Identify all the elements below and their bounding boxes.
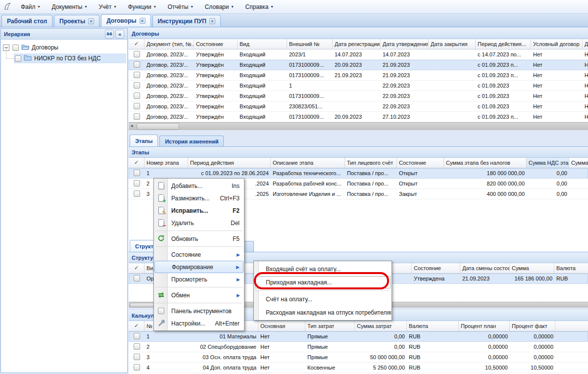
calculation-column-header[interactable] <box>555 321 588 331</box>
submenu-item-Расходная накладная на отпуск потребителям...[interactable]: Расходная накладная на отпуск потребител… <box>254 306 391 319</box>
row-checkbox-cell[interactable] <box>129 49 145 59</box>
row-checkbox[interactable] <box>134 72 140 78</box>
table-row[interactable]: Договор, 2023/...УтверждёнВходящий017310… <box>129 60 588 70</box>
row-checkbox-cell[interactable] <box>129 363 145 373</box>
tab-Этапы[interactable]: Этапы <box>130 135 158 146</box>
tab-Рабочий стол[interactable]: Рабочий стол <box>1 15 52 27</box>
context-menu-item-Обновить[interactable]: ОбновитьF5 <box>154 233 244 245</box>
tree-checkbox[interactable] <box>15 55 21 62</box>
row-checkbox-cell[interactable] <box>129 70 145 80</box>
calculation-column-header[interactable]: Сумма затрат <box>355 321 407 331</box>
row-checkbox-cell[interactable] <box>129 179 145 188</box>
row-checkbox[interactable] <box>134 333 140 339</box>
scroll-thumb[interactable] <box>137 123 179 130</box>
calculation-column-header[interactable]: Тип затрат <box>305 321 355 331</box>
stages-column-header[interactable]: Сумма НДС этапа <box>527 158 569 168</box>
row-checkbox[interactable] <box>134 364 140 371</box>
table-row[interactable]: 303 Осн. оплата трудаНетПрямые50 000 000… <box>129 352 588 363</box>
menubar-item-Функции[interactable]: Функции▾ <box>122 0 161 14</box>
row-checkbox-cell[interactable] <box>129 189 145 199</box>
contracts-hscrollbar[interactable]: ◄ <box>129 122 588 130</box>
contracts-column-header[interactable]: Период действия... <box>476 39 531 49</box>
submenu-item-Счёт на оплату...[interactable]: Счёт на оплату... <box>254 292 391 306</box>
contracts-column-header[interactable]: Состояние <box>194 39 238 49</box>
row-checkbox-cell[interactable] <box>129 168 145 178</box>
collapse-panel-icon[interactable]: « <box>115 30 124 39</box>
structure-column-header[interactable]: Сумма <box>510 263 554 273</box>
calculation-column-header[interactable]: Процент план <box>459 321 510 331</box>
stages-column-header[interactable]: Состояние <box>397 158 444 168</box>
row-checkbox[interactable] <box>134 82 140 89</box>
context-menu-item-Обмен[interactable]: Обмен▶ <box>154 289 244 301</box>
table-row[interactable]: Договор, 2023/...УтверждёнВходящий017310… <box>129 91 588 101</box>
submenu-item-Входящий счёт на оплату...[interactable]: Входящий счёт на оплату... <box>254 262 391 276</box>
table-row[interactable]: 202 СпецоборудованиеНетПрямые0,00RUB0,00… <box>129 342 588 352</box>
row-checkbox[interactable] <box>134 180 140 187</box>
table-row[interactable]: Договор, 2023/...УтверждёнВходящий230823… <box>129 101 588 112</box>
context-menu-item-Добавить...[interactable]: Добавить...Ins <box>154 180 244 192</box>
row-checkbox[interactable] <box>134 354 140 360</box>
row-checkbox[interactable] <box>134 51 140 57</box>
row-checkbox-cell[interactable] <box>129 274 145 283</box>
select-all-header[interactable]: ✓ <box>129 321 145 331</box>
row-checkbox-cell[interactable] <box>129 112 145 122</box>
contracts-column-header[interactable]: Вид <box>238 39 287 49</box>
row-checkbox-cell[interactable] <box>129 101 145 111</box>
submenu-item-Приходная накладная...[interactable]: Приходная накладная... <box>254 276 391 289</box>
stages-column-header[interactable]: Описание этапа <box>271 158 345 168</box>
row-checkbox[interactable] <box>134 61 140 68</box>
tab-Проекты[interactable]: Проекты× <box>54 15 99 27</box>
row-checkbox-cell[interactable] <box>129 352 145 362</box>
contracts-column-header[interactable]: Документ (тип, №... <box>145 39 194 49</box>
row-checkbox-cell[interactable] <box>129 331 145 341</box>
contracts-column-header[interactable]: Дата закрытия <box>429 39 476 49</box>
context-menu-item-Размножить...[interactable]: Размножить...Ctrl+F3 <box>154 192 244 204</box>
context-menu-item-Состояние[interactable]: Состояние▶ <box>154 248 244 261</box>
stages-column-header[interactable]: Номер этапа <box>145 158 188 168</box>
close-icon[interactable]: × <box>88 18 94 24</box>
tree-node-Договоры[interactable]: Договоры <box>2 42 126 53</box>
row-checkbox[interactable] <box>134 93 140 99</box>
stages-column-header[interactable]: Тип лицевого счёт <box>345 158 397 168</box>
table-row[interactable]: 101 МатериалыНетПрямые0,00RUB0,000000,00… <box>129 331 588 342</box>
row-checkbox[interactable] <box>134 170 140 176</box>
menubar-item-Отчёты[interactable]: Отчёты▾ <box>162 0 199 14</box>
context-menu-item-Формирование[interactable]: Формирование▶ <box>154 261 244 273</box>
scroll-left-arrow-icon[interactable]: ◄ <box>130 124 134 128</box>
context-menu-item-Настройки...[interactable]: Настройки...Alt+Enter <box>154 317 244 329</box>
select-all-header[interactable]: ✓ <box>129 39 145 49</box>
structure-column-header[interactable]: Валюта <box>554 263 588 273</box>
menubar-item-Справка[interactable]: Справка▾ <box>239 0 279 14</box>
menubar-item-Файл[interactable]: Файл▾ <box>15 0 46 14</box>
stages-column-header[interactable]: Сумма эт <box>569 158 588 168</box>
row-checkbox[interactable] <box>134 113 140 120</box>
row-checkbox[interactable] <box>134 103 140 109</box>
context-menu-item-Панель инструментов[interactable]: Панель инструментов <box>154 305 244 317</box>
row-checkbox-cell[interactable] <box>129 91 145 101</box>
stages-column-header[interactable]: Период действия <box>188 158 271 168</box>
contracts-column-header[interactable]: Дата регистрации... <box>333 39 381 49</box>
contracts-column-header[interactable]: Дог <box>583 39 588 49</box>
select-all-header[interactable]: ✓ <box>129 158 145 168</box>
contracts-column-header[interactable]: Внешний № <box>287 39 333 49</box>
menubar-item-Словари[interactable]: Словари▾ <box>199 0 240 14</box>
table-row[interactable]: Договор, 2023/...УтверждёнВходящий2023/1… <box>129 49 588 60</box>
context-menu-item-Просмотреть[interactable]: Просмотреть▶ <box>154 273 244 285</box>
row-checkbox-cell[interactable] <box>129 342 145 352</box>
row-checkbox-cell[interactable] <box>129 81 145 91</box>
structure-column-header[interactable]: Дата смены состоя <box>460 263 510 273</box>
table-row[interactable]: Договор, 2023/...УтверждёнВходящий017310… <box>129 70 588 81</box>
table-row[interactable]: Договор, 2023/...УтверждёнВходящий017310… <box>129 112 588 122</box>
menubar-item-Документы[interactable]: Документы▾ <box>46 0 93 14</box>
table-row[interactable]: Договор, 2023/...УтверждёнВходящий122.09… <box>129 81 588 91</box>
contracts-column-header[interactable]: Дата утверждения <box>381 39 429 49</box>
row-checkbox[interactable] <box>134 343 140 350</box>
calculation-column-header[interactable]: Процент факт <box>510 321 555 331</box>
calculation-column-header[interactable]: Основная <box>258 321 305 331</box>
tab-Инструкции ПУП[interactable]: Инструкции ПУП× <box>152 15 221 27</box>
tree-node-НИОКР по ГОЗ без НДС[interactable]: НИОКР по ГОЗ без НДС <box>2 53 126 64</box>
row-checkbox[interactable] <box>134 190 140 197</box>
structure-column-header[interactable]: Состояние <box>412 263 460 273</box>
row-checkbox-cell[interactable] <box>129 60 145 70</box>
menubar-item-Учёт[interactable]: Учёт▾ <box>93 0 122 14</box>
